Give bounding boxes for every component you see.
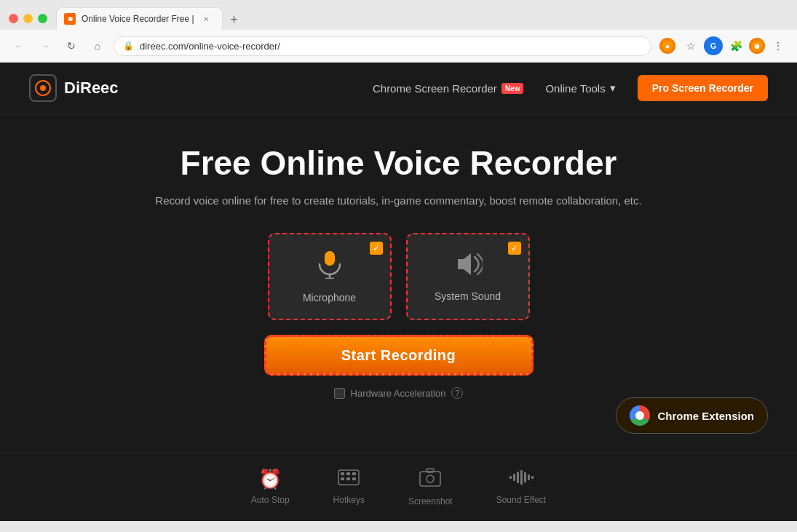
chrome-extension-label: Chrome Extension — [657, 410, 754, 422]
sound-effect-icon — [509, 468, 534, 491]
browser-chrome: Online Voice Recorder Free | ✕ + ← → ↻ ⌂… — [0, 0, 797, 63]
svg-rect-9 — [346, 477, 350, 480]
website-content: DiReec Chrome Screen Recorder New Online… — [0, 63, 797, 521]
window-close-button[interactable] — [9, 14, 18, 23]
start-recording-button[interactable]: Start Recording — [264, 335, 534, 376]
svg-rect-18 — [524, 472, 526, 483]
system-sound-icon — [453, 251, 483, 283]
recording-btn-wrapper: Start Recording — [15, 335, 782, 376]
browser-toolbar: ← → ↻ ⌂ 🔒 direec.com/online-voice-record… — [0, 30, 797, 63]
sound-effect-item[interactable]: Sound Effect — [496, 468, 547, 507]
logo-icon — [29, 74, 57, 102]
chevron-down-icon: ▾ — [610, 82, 616, 95]
system-sound-label: System Sound — [435, 290, 501, 302]
forward-button[interactable]: → — [35, 36, 55, 56]
hero-subtitle: Record voice online for free to create t… — [15, 194, 782, 207]
logo-area: DiReec — [29, 74, 119, 102]
microphone-option-card[interactable]: ✓ Microphone — [268, 233, 392, 320]
svg-rect-14 — [509, 476, 512, 479]
sound-effect-label: Sound Effect — [496, 495, 547, 505]
svg-rect-6 — [346, 472, 350, 475]
screenshot-label: Screenshot — [408, 496, 453, 507]
toolbar-actions: ● ☆ G 🧩 ⏺ ⋮ — [657, 36, 788, 56]
tab-bar: Online Voice Recorder Free | ✕ + — [56, 7, 788, 30]
direec-extension-icon[interactable]: ⏺ — [749, 38, 765, 54]
tab-favicon — [64, 13, 76, 25]
hardware-acceleration-label: Hardware Acceleration — [351, 388, 446, 399]
browser-tab-active[interactable]: Online Voice Recorder Free | ✕ — [56, 7, 223, 30]
hero-section: Free Online Voice Recorder Record voice … — [0, 114, 797, 428]
svg-point-12 — [427, 475, 434, 483]
svg-rect-10 — [352, 477, 356, 480]
svg-rect-11 — [420, 472, 440, 486]
nav-screen-recorder-link[interactable]: Chrome Screen Recorder New — [373, 82, 523, 95]
svg-rect-8 — [341, 477, 344, 480]
svg-rect-15 — [513, 474, 515, 481]
window-controls — [9, 14, 47, 23]
system-sound-checkbox[interactable]: ✓ — [508, 242, 521, 255]
auto-stop-item[interactable]: ⏰ Auto Stop — [251, 468, 290, 507]
menu-button[interactable]: ⋮ — [768, 36, 788, 56]
address-text: direec.com/online-voice-recorder/ — [140, 41, 642, 52]
bookmark-button[interactable]: ☆ — [681, 36, 701, 56]
chrome-extension-button[interactable]: Chrome Extension — [616, 397, 768, 434]
logo-icon-inner — [35, 80, 51, 96]
system-sound-option-card[interactable]: ✓ System Sound — [406, 233, 530, 320]
hotkeys-label: Hotkeys — [333, 495, 365, 505]
chrome-logo-icon — [630, 405, 650, 426]
svg-rect-17 — [520, 470, 523, 485]
hardware-acceleration-checkbox[interactable] — [334, 388, 345, 399]
window-maximize-button[interactable] — [38, 14, 47, 23]
site-navigation: DiReec Chrome Screen Recorder New Online… — [0, 63, 797, 114]
bottom-icons-bar: ⏰ Auto Stop Hotkeys — [0, 453, 797, 521]
new-badge: New — [501, 83, 524, 94]
hotkeys-item[interactable]: Hotkeys — [333, 468, 365, 507]
screen-capture-icon: ● — [659, 38, 675, 54]
browser-titlebar: Online Voice Recorder Free | ✕ + — [0, 0, 797, 30]
auto-stop-label: Auto Stop — [251, 495, 290, 505]
reload-button[interactable]: ↻ — [61, 36, 82, 56]
svg-marker-3 — [458, 253, 471, 275]
profile-capture-button[interactable]: ● — [657, 36, 678, 56]
back-button[interactable]: ← — [9, 36, 29, 56]
hotkeys-icon — [338, 468, 360, 491]
svg-rect-19 — [528, 475, 530, 480]
screenshot-icon — [419, 468, 441, 492]
svg-rect-5 — [341, 472, 344, 475]
microphone-checkbox[interactable]: ✓ — [370, 242, 383, 255]
svg-rect-20 — [531, 476, 534, 479]
window-minimize-button[interactable] — [23, 14, 33, 23]
svg-rect-16 — [517, 472, 519, 483]
recording-options: ✓ Microphone ✓ — [15, 233, 782, 320]
tab-close-button[interactable]: ✕ — [200, 13, 212, 25]
home-button[interactable]: ⌂ — [87, 36, 108, 56]
auto-stop-icon: ⏰ — [258, 468, 282, 491]
nav-online-tools-link[interactable]: Online Tools ▾ — [545, 82, 615, 95]
microphone-icon — [317, 250, 343, 285]
microphone-label: Microphone — [303, 292, 356, 303]
new-tab-button[interactable]: + — [224, 9, 245, 30]
screenshot-item[interactable]: Screenshot — [408, 468, 453, 507]
address-bar[interactable]: 🔒 direec.com/online-voice-recorder/ — [114, 36, 651, 56]
tab-title: Online Voice Recorder Free | — [82, 14, 194, 24]
hardware-acceleration-help-icon[interactable]: ? — [451, 387, 463, 399]
svg-rect-13 — [427, 469, 434, 472]
lock-icon: 🔒 — [123, 41, 134, 51]
logo-text: DiReec — [64, 79, 119, 98]
svg-rect-0 — [325, 251, 335, 266]
extensions-button[interactable]: 🧩 — [726, 36, 746, 56]
nav-links: Chrome Screen Recorder New Online Tools … — [373, 82, 616, 95]
user-profile-button[interactable]: G — [704, 36, 723, 55]
hero-title: Free Online Voice Recorder — [15, 143, 782, 183]
svg-rect-7 — [352, 472, 356, 475]
pro-screen-recorder-button[interactable]: Pro Screen Recorder — [638, 75, 768, 101]
